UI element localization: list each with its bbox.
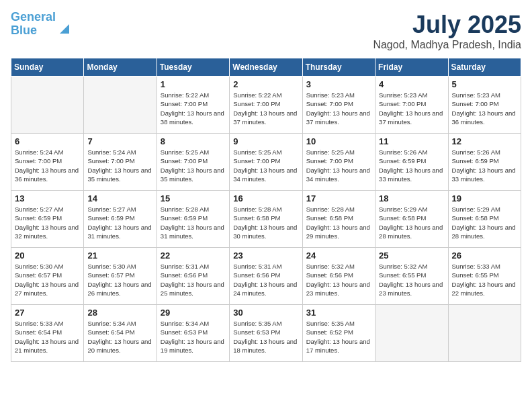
calendar-cell: 29Sunrise: 5:34 AM Sunset: 6:53 PM Dayli… [157, 305, 229, 362]
calendar-cell: 30Sunrise: 5:35 AM Sunset: 6:53 PM Dayli… [230, 305, 302, 362]
calendar-cell: 7Sunrise: 5:24 AM Sunset: 7:00 PM Daylig… [84, 134, 157, 191]
weekday-header: Friday [375, 58, 448, 77]
day-info: Sunrise: 5:33 AM Sunset: 6:55 PM Dayligh… [452, 262, 517, 298]
calendar-cell: 28Sunrise: 5:34 AM Sunset: 6:54 PM Dayli… [84, 305, 157, 362]
calendar-cell: 2Sunrise: 5:22 AM Sunset: 7:00 PM Daylig… [230, 77, 302, 134]
day-info: Sunrise: 5:28 AM Sunset: 6:58 PM Dayligh… [306, 205, 371, 240]
day-number: 11 [379, 136, 444, 146]
calendar-week-row: 27Sunrise: 5:33 AM Sunset: 6:54 PM Dayli… [11, 305, 521, 362]
day-info: Sunrise: 5:26 AM Sunset: 6:59 PM Dayligh… [452, 148, 517, 183]
calendar-body: 1Sunrise: 5:22 AM Sunset: 7:00 PM Daylig… [11, 77, 521, 362]
weekday-header: Wednesday [230, 58, 302, 77]
calendar-cell: 21Sunrise: 5:30 AM Sunset: 6:57 PM Dayli… [84, 248, 157, 305]
day-number: 18 [379, 193, 444, 203]
day-info: Sunrise: 5:33 AM Sunset: 6:54 PM Dayligh… [15, 319, 80, 355]
day-info: Sunrise: 5:27 AM Sunset: 6:59 PM Dayligh… [87, 205, 152, 240]
day-number: 16 [233, 193, 298, 203]
calendar-cell: 22Sunrise: 5:31 AM Sunset: 6:56 PM Dayli… [157, 248, 229, 305]
day-info: Sunrise: 5:30 AM Sunset: 6:57 PM Dayligh… [15, 262, 80, 298]
day-info: Sunrise: 5:23 AM Sunset: 7:00 PM Dayligh… [452, 91, 517, 126]
calendar-cell: 4Sunrise: 5:23 AM Sunset: 7:00 PM Daylig… [375, 77, 448, 134]
day-info: Sunrise: 5:30 AM Sunset: 6:57 PM Dayligh… [87, 262, 152, 298]
location: Nagod, Madhya Pradesh, India [373, 39, 521, 51]
svg-marker-0 [60, 24, 69, 34]
day-number: 30 [233, 308, 298, 318]
logo: GeneralBlue [11, 11, 72, 38]
day-info: Sunrise: 5:28 AM Sunset: 6:59 PM Dayligh… [161, 205, 226, 240]
day-info: Sunrise: 5:22 AM Sunset: 7:00 PM Dayligh… [161, 91, 226, 126]
day-info: Sunrise: 5:24 AM Sunset: 7:00 PM Dayligh… [87, 148, 152, 183]
calendar-week-row: 1Sunrise: 5:22 AM Sunset: 7:00 PM Daylig… [11, 77, 521, 134]
day-info: Sunrise: 5:31 AM Sunset: 6:56 PM Dayligh… [161, 262, 226, 298]
day-info: Sunrise: 5:35 AM Sunset: 6:52 PM Dayligh… [306, 319, 371, 355]
day-number: 12 [452, 136, 517, 146]
day-info: Sunrise: 5:28 AM Sunset: 6:58 PM Dayligh… [233, 205, 298, 240]
calendar-week-row: 20Sunrise: 5:30 AM Sunset: 6:57 PM Dayli… [11, 248, 521, 305]
day-number: 19 [452, 193, 517, 203]
calendar-cell: 11Sunrise: 5:26 AM Sunset: 6:59 PM Dayli… [375, 134, 448, 191]
calendar-header-row: SundayMondayTuesdayWednesdayThursdayFrid… [11, 58, 521, 77]
calendar-cell [84, 77, 157, 134]
day-number: 15 [161, 193, 226, 203]
calendar-cell: 16Sunrise: 5:28 AM Sunset: 6:58 PM Dayli… [230, 191, 302, 248]
weekday-header: Monday [84, 58, 157, 77]
day-number: 9 [233, 136, 298, 146]
calendar-cell: 23Sunrise: 5:31 AM Sunset: 6:56 PM Dayli… [230, 248, 302, 305]
day-number: 20 [15, 250, 80, 261]
month-year: July 2025 [373, 11, 521, 39]
day-info: Sunrise: 5:26 AM Sunset: 6:59 PM Dayligh… [379, 148, 444, 183]
day-info: Sunrise: 5:34 AM Sunset: 6:54 PM Dayligh… [87, 319, 152, 355]
weekday-header: Saturday [448, 58, 521, 77]
calendar-week-row: 6Sunrise: 5:24 AM Sunset: 7:00 PM Daylig… [11, 134, 521, 191]
day-info: Sunrise: 5:29 AM Sunset: 6:58 PM Dayligh… [379, 205, 444, 240]
calendar-cell: 5Sunrise: 5:23 AM Sunset: 7:00 PM Daylig… [448, 77, 521, 134]
day-number: 7 [87, 136, 152, 146]
weekday-header: Sunday [11, 58, 84, 77]
day-number: 23 [233, 250, 298, 261]
day-info: Sunrise: 5:27 AM Sunset: 6:59 PM Dayligh… [15, 205, 80, 240]
logo-icon [57, 21, 72, 36]
day-info: Sunrise: 5:32 AM Sunset: 6:56 PM Dayligh… [306, 262, 371, 298]
title-area: July 2025 Nagod, Madhya Pradesh, India [373, 11, 521, 51]
day-number: 1 [161, 79, 226, 89]
day-number: 24 [306, 250, 371, 261]
calendar-cell: 27Sunrise: 5:33 AM Sunset: 6:54 PM Dayli… [11, 305, 84, 362]
calendar-cell [375, 305, 448, 362]
day-number: 29 [161, 308, 226, 318]
day-info: Sunrise: 5:31 AM Sunset: 6:56 PM Dayligh… [233, 262, 298, 298]
calendar-cell: 20Sunrise: 5:30 AM Sunset: 6:57 PM Dayli… [11, 248, 84, 305]
day-number: 10 [306, 136, 371, 146]
calendar-cell: 18Sunrise: 5:29 AM Sunset: 6:58 PM Dayli… [375, 191, 448, 248]
calendar-cell: 15Sunrise: 5:28 AM Sunset: 6:59 PM Dayli… [157, 191, 229, 248]
day-info: Sunrise: 5:29 AM Sunset: 6:58 PM Dayligh… [452, 205, 517, 240]
day-info: Sunrise: 5:23 AM Sunset: 7:00 PM Dayligh… [379, 91, 444, 126]
calendar-cell: 13Sunrise: 5:27 AM Sunset: 6:59 PM Dayli… [11, 191, 84, 248]
calendar-cell: 9Sunrise: 5:25 AM Sunset: 7:00 PM Daylig… [230, 134, 302, 191]
calendar-cell: 6Sunrise: 5:24 AM Sunset: 7:00 PM Daylig… [11, 134, 84, 191]
day-info: Sunrise: 5:22 AM Sunset: 7:00 PM Dayligh… [233, 91, 298, 126]
logo-text: GeneralBlue [11, 11, 56, 38]
calendar-week-row: 13Sunrise: 5:27 AM Sunset: 6:59 PM Dayli… [11, 191, 521, 248]
day-info: Sunrise: 5:25 AM Sunset: 7:00 PM Dayligh… [306, 148, 371, 183]
calendar-cell: 31Sunrise: 5:35 AM Sunset: 6:52 PM Dayli… [302, 305, 375, 362]
day-info: Sunrise: 5:25 AM Sunset: 7:00 PM Dayligh… [161, 148, 226, 183]
calendar-cell [448, 305, 521, 362]
day-number: 2 [233, 79, 298, 89]
day-number: 27 [15, 308, 80, 318]
day-number: 21 [87, 250, 152, 261]
day-number: 22 [161, 250, 226, 261]
day-info: Sunrise: 5:34 AM Sunset: 6:53 PM Dayligh… [161, 319, 226, 355]
day-info: Sunrise: 5:24 AM Sunset: 7:00 PM Dayligh… [15, 148, 80, 183]
day-number: 31 [306, 308, 371, 318]
calendar-cell: 12Sunrise: 5:26 AM Sunset: 6:59 PM Dayli… [448, 134, 521, 191]
day-number: 4 [379, 79, 444, 89]
calendar-cell: 3Sunrise: 5:23 AM Sunset: 7:00 PM Daylig… [302, 77, 375, 134]
calendar-cell: 26Sunrise: 5:33 AM Sunset: 6:55 PM Dayli… [448, 248, 521, 305]
weekday-header: Thursday [302, 58, 375, 77]
calendar-cell: 14Sunrise: 5:27 AM Sunset: 6:59 PM Dayli… [84, 191, 157, 248]
calendar-cell [11, 77, 84, 134]
day-info: Sunrise: 5:23 AM Sunset: 7:00 PM Dayligh… [306, 91, 371, 126]
calendar-cell: 17Sunrise: 5:28 AM Sunset: 6:58 PM Dayli… [302, 191, 375, 248]
day-number: 5 [452, 79, 517, 89]
day-number: 3 [306, 79, 371, 89]
